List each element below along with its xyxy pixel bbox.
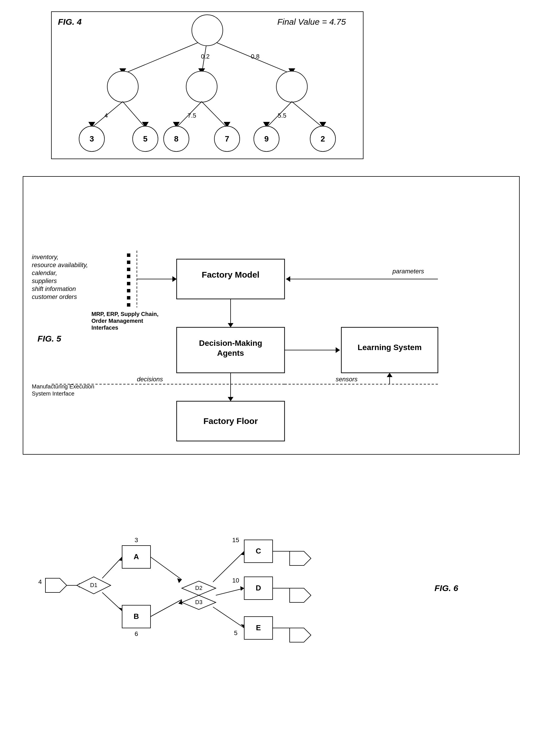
svg-point-11 [186,71,217,102]
svg-marker-128 [289,551,311,565]
svg-text:2: 2 [321,134,325,143]
svg-text:Factory Floor: Factory Floor [203,416,258,426]
svg-line-115 [216,588,244,595]
svg-text:MRP, ERP, Supply Chain,: MRP, ERP, Supply Chain, [92,311,158,317]
svg-text:Agents: Agents [217,349,244,358]
svg-rect-86 [127,303,131,307]
fig5-diagram: inventory, resource availability, calend… [23,176,520,455]
svg-text:Factory Model: Factory Model [202,270,259,279]
svg-text:FIG. 5: FIG. 5 [38,334,62,343]
svg-text:D3: D3 [195,599,202,605]
svg-marker-132 [289,628,311,642]
svg-line-118 [213,607,244,628]
svg-text:6: 6 [135,630,138,637]
fig4-diagram: FIG. 4 Final Value = 4.75 0.2 0.8 5.5 [51,12,363,159]
svg-point-12 [276,71,307,102]
svg-text:5: 5 [234,630,237,637]
svg-rect-79 [127,253,131,257]
svg-rect-81 [127,268,131,271]
svg-text:inventory,: inventory, [32,253,59,260]
svg-text:D1: D1 [90,582,97,588]
svg-text:0.8: 0.8 [251,53,260,60]
svg-text:A: A [134,553,139,561]
svg-marker-89 [45,578,67,593]
svg-text:decisions: decisions [137,375,163,383]
svg-line-106 [151,600,182,617]
svg-text:E: E [256,623,261,632]
svg-text:FIG. 6: FIG. 6 [435,583,458,593]
svg-text:shift information: shift information [32,285,76,292]
svg-text:calendar,: calendar, [32,269,57,276]
svg-text:7: 7 [225,134,229,143]
svg-marker-116 [240,586,244,591]
fig4-tree-svg: 0.2 0.8 5.5 4 7.5 5.5 [52,12,363,158]
svg-text:10: 10 [232,577,239,584]
svg-text:parameters: parameters [392,268,424,275]
svg-text:3: 3 [89,134,94,143]
svg-text:5.5: 5.5 [278,112,286,119]
svg-text:Decision-Making: Decision-Making [199,339,262,348]
svg-text:B: B [134,612,139,621]
svg-line-16 [202,102,227,128]
svg-text:D2: D2 [195,585,202,591]
svg-text:C: C [256,547,261,555]
svg-marker-55 [286,276,290,282]
svg-text:4: 4 [38,578,42,585]
svg-text:Learning System: Learning System [358,343,422,352]
svg-marker-58 [228,323,234,327]
svg-line-2 [207,39,292,74]
svg-text:15: 15 [232,537,239,544]
svg-text:8: 8 [174,134,178,143]
svg-rect-82 [127,275,131,278]
svg-rect-84 [127,289,131,292]
svg-rect-80 [127,260,131,264]
svg-line-96 [102,593,122,611]
svg-text:4: 4 [104,112,108,119]
svg-marker-130 [289,588,311,602]
svg-text:D: D [256,584,261,592]
svg-text:Interfaces: Interfaces [92,325,118,331]
svg-text:suppliers: suppliers [32,277,57,285]
svg-rect-85 [127,296,131,300]
svg-text:sensors: sensors [336,375,358,383]
svg-line-112 [213,551,244,582]
svg-line-18 [292,102,323,128]
svg-text:Manufacturing Execution: Manufacturing Execution [32,383,94,390]
svg-point-9 [192,15,223,46]
svg-text:0.2: 0.2 [201,53,209,60]
svg-text:resource availability,: resource availability, [32,262,88,269]
svg-marker-65 [336,347,340,353]
svg-marker-48 [173,276,177,282]
svg-point-10 [107,71,138,102]
svg-text:9: 9 [264,134,268,143]
svg-text:3: 3 [135,537,138,544]
svg-line-104 [151,557,182,580]
svg-line-0 [123,39,207,74]
svg-text:Order Management: Order Management [92,318,143,324]
svg-text:System Interface: System Interface [32,390,74,397]
svg-marker-75 [387,373,393,377]
fig6-diagram: FIG. 6 4 D1 A 3 B 6 [23,477,520,733]
fig5-svg: inventory, resource availability, calend… [23,177,520,455]
svg-marker-73 [228,397,234,401]
svg-rect-83 [127,282,131,285]
svg-text:5: 5 [143,134,147,143]
svg-text:customer orders: customer orders [32,293,77,300]
fig6-svg: FIG. 6 4 D1 A 3 B 6 [23,477,520,733]
svg-line-14 [123,102,145,128]
svg-text:7.5: 7.5 [188,112,196,119]
